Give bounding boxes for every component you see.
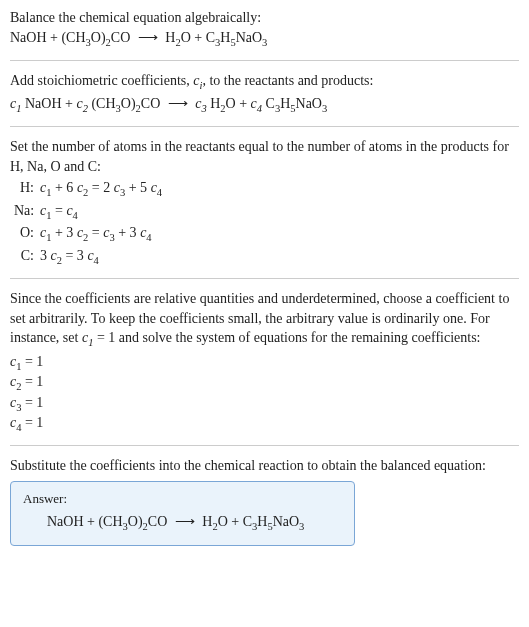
answer-label: Answer: (23, 490, 342, 508)
step3-text: Since the coefficients are relative quan… (10, 289, 519, 351)
divider (10, 60, 519, 61)
atom-label: C: (14, 246, 40, 266)
atom-equation: c1 + 3 c2 = c3 + 3 c4 (40, 223, 152, 245)
answer-equation: NaOH + (CH3O)2CO ⟶ H2O + C3H5NaO3 (23, 512, 342, 534)
atom-equation: c1 = c4 (40, 201, 78, 223)
step1-section: Add stoichiometric coefficients, ci, to … (10, 71, 519, 116)
eq-rhs: H2O + C3H5NaO3 (165, 30, 267, 45)
answer-box: Answer: NaOH + (CH3O)2CO ⟶ H2O + C3H5NaO… (10, 481, 355, 546)
atom-equation: c1 + 6 c2 = 2 c3 + 5 c4 (40, 178, 162, 200)
intro-text: Balance the chemical equation algebraica… (10, 8, 519, 28)
step2-section: Set the number of atoms in the reactants… (10, 137, 519, 268)
reaction-arrow-icon: ⟶ (138, 28, 158, 48)
intro-section: Balance the chemical equation algebraica… (10, 8, 519, 50)
step4-section: Substitute the coefficients into the che… (10, 456, 519, 476)
list-item: c2 = 1 (10, 373, 519, 393)
table-row: H: c1 + 6 c2 = 2 c3 + 5 c4 (14, 178, 519, 200)
step3-section: Since the coefficients are relative quan… (10, 289, 519, 434)
divider (10, 278, 519, 279)
list-item: c3 = 1 (10, 394, 519, 414)
reaction-arrow-icon: ⟶ (175, 512, 195, 532)
atom-label: Na: (14, 201, 40, 221)
coefficient-list: c1 = 1 c2 = 1 c3 = 1 c4 = 1 (10, 353, 519, 435)
reaction-arrow-icon: ⟶ (168, 94, 188, 114)
step1-text: Add stoichiometric coefficients, ci, to … (10, 71, 519, 93)
intro-equation: NaOH + (CH3O)2CO ⟶ H2O + C3H5NaO3 (10, 28, 519, 50)
atom-label: O: (14, 223, 40, 243)
table-row: O: c1 + 3 c2 = c3 + 3 c4 (14, 223, 519, 245)
step2-text: Set the number of atoms in the reactants… (10, 137, 519, 176)
table-row: C: 3 c2 = 3 c4 (14, 246, 519, 268)
divider (10, 445, 519, 446)
atom-equation: 3 c2 = 3 c4 (40, 246, 99, 268)
atom-label: H: (14, 178, 40, 198)
eq-rhs: H2O + C3H5NaO3 (202, 514, 304, 529)
list-item: c1 = 1 (10, 353, 519, 373)
table-row: Na: c1 = c4 (14, 201, 519, 223)
list-item: c4 = 1 (10, 414, 519, 434)
atom-balance-table: H: c1 + 6 c2 = 2 c3 + 5 c4 Na: c1 = c4 O… (14, 178, 519, 268)
divider (10, 126, 519, 127)
step4-text: Substitute the coefficients into the che… (10, 456, 519, 476)
eq-lhs: NaOH + (CH3O)2CO (47, 514, 167, 529)
eq-lhs: NaOH + (CH3O)2CO (10, 30, 130, 45)
step1-equation: c1 NaOH + c2 (CH3O)2CO ⟶ c3 H2O + c4 C3H… (10, 94, 519, 116)
